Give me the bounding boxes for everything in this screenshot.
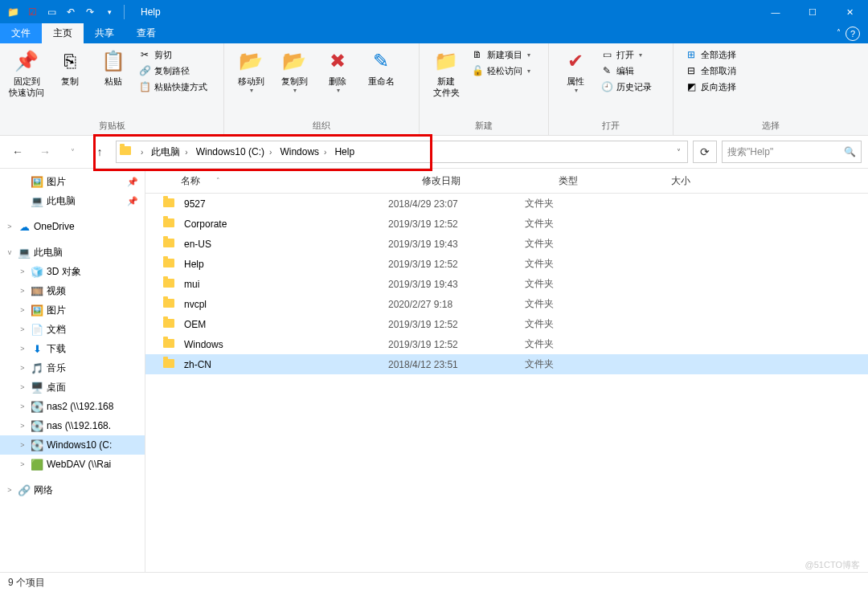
tree-label: WebDAV (\\Rai: [47, 459, 111, 470]
properties-button[interactable]: ✔属性▾: [554, 47, 597, 94]
file-row[interactable]: Corporate2019/3/19 12:52文件夹: [145, 214, 868, 234]
file-list[interactable]: 95272018/4/29 23:07文件夹Corporate2019/3/19…: [145, 194, 868, 572]
expand-icon[interactable]: >: [18, 325, 27, 333]
tab-home[interactable]: 主页: [42, 23, 84, 43]
tree-item[interactable]: >🎵音乐: [0, 358, 145, 378]
expand-icon[interactable]: >: [18, 441, 27, 449]
easy-access-button[interactable]: 🔓轻松访问▾: [471, 64, 530, 77]
tab-view[interactable]: 查看: [125, 23, 167, 43]
breadcrumb-1[interactable]: Windows10 (C:)›: [194, 146, 279, 157]
copy-icon: ⎘: [57, 48, 83, 74]
search-placeholder: 搜索"Help": [727, 145, 773, 159]
breadcrumb-2[interactable]: Windows›: [278, 146, 333, 157]
expand-icon[interactable]: >: [18, 460, 27, 468]
file-row[interactable]: mui2019/3/19 19:43文件夹: [145, 274, 868, 294]
tree-item[interactable]: >🧊3D 对象: [0, 262, 145, 281]
column-date[interactable]: 修改日期: [422, 174, 559, 188]
tree-item[interactable]: v💻此电脑: [0, 243, 145, 262]
qat-dropdown-icon[interactable]: ▾: [101, 4, 117, 20]
tree-item[interactable]: >🔗网络: [0, 480, 145, 500]
file-date: 2019/3/19 12:52: [388, 339, 525, 350]
help-icon[interactable]: ?: [845, 27, 860, 41]
rename-button[interactable]: ✎重命名: [359, 47, 403, 87]
copy-path-button[interactable]: 🔗复制路径: [138, 64, 207, 77]
file-row[interactable]: en-US2019/3/19 19:43文件夹: [145, 234, 868, 254]
nav-forward-button[interactable]: →: [34, 141, 56, 163]
tree-item[interactable]: >☁OneDrive: [0, 217, 145, 236]
title-separator: [124, 5, 125, 19]
tab-share[interactable]: 共享: [84, 23, 125, 43]
file-row[interactable]: nvcpl2020/2/27 9:18文件夹: [145, 294, 868, 314]
expand-icon[interactable]: >: [18, 306, 27, 314]
breadcrumb-sep[interactable]: ›: [134, 148, 149, 157]
file-row[interactable]: zh-CN2018/4/12 23:51文件夹: [145, 354, 868, 374]
expand-icon[interactable]: >: [18, 287, 27, 295]
expand-icon[interactable]: >: [18, 402, 27, 410]
select-none-button[interactable]: ⊟全部取消: [685, 64, 736, 77]
ribbon-expand-icon[interactable]: ˄: [837, 28, 841, 37]
expand-icon[interactable]: >: [18, 422, 27, 430]
column-type[interactable]: 类型: [559, 174, 671, 188]
tree-item[interactable]: 💻此电脑📌: [0, 191, 145, 210]
redo-icon[interactable]: ↷: [82, 4, 98, 20]
breadcrumb-3[interactable]: Help: [333, 146, 356, 157]
file-row[interactable]: Help2019/3/19 12:52文件夹: [145, 254, 868, 274]
breadcrumb-0[interactable]: 此电脑›: [149, 145, 194, 159]
close-button[interactable]: ✕: [831, 0, 868, 24]
maximize-button[interactable]: ☐: [794, 0, 831, 24]
new-folder-button[interactable]: 📁新建 文件夹: [424, 47, 468, 98]
paste-button[interactable]: 📋 粘贴: [92, 47, 135, 87]
invert-selection-button[interactable]: ◩反向选择: [685, 80, 736, 93]
undo-icon[interactable]: ↶: [63, 4, 79, 20]
tree-item[interactable]: >🟩WebDAV (\\Rai: [0, 455, 145, 474]
delete-button[interactable]: ✖删除▾: [316, 47, 359, 94]
expand-icon[interactable]: >: [18, 345, 27, 353]
nav-history-dropdown[interactable]: ˅: [61, 141, 84, 163]
pin-to-quick-access-button[interactable]: 📌 固定到 快速访问: [5, 47, 48, 98]
cut-button[interactable]: ✂剪切: [138, 48, 207, 61]
tree-item[interactable]: 🖼️图片📌: [0, 172, 145, 191]
navigation-pane[interactable]: 🖼️图片📌💻此电脑📌>☁OneDrivev💻此电脑>🧊3D 对象>🎞️视频>🖼️…: [0, 169, 145, 572]
expand-icon[interactable]: >: [18, 364, 27, 372]
file-row[interactable]: 95272018/4/29 23:07文件夹: [145, 194, 868, 214]
tree-item[interactable]: >📄文档: [0, 320, 145, 339]
expand-icon[interactable]: >: [5, 223, 14, 231]
tree-item[interactable]: >🖼️图片: [0, 300, 145, 320]
properties-icon[interactable]: ▭: [43, 4, 59, 20]
move-to-button[interactable]: 📂移动到▾: [229, 47, 272, 94]
tree-icon: 🎵: [31, 361, 43, 374]
open-button[interactable]: ▭打开▾: [600, 48, 652, 61]
file-row[interactable]: OEM2019/3/19 12:52文件夹: [145, 314, 868, 334]
copy-to-button[interactable]: 📂复制到▾: [272, 47, 316, 94]
minimize-button[interactable]: —: [757, 0, 794, 24]
select-all-button[interactable]: ⊞全部选择: [685, 48, 736, 61]
expand-icon[interactable]: >: [18, 383, 27, 391]
tree-icon: 🖼️: [31, 175, 43, 188]
new-item-button[interactable]: 🗎新建项目▾: [471, 48, 530, 61]
address-bar[interactable]: › 此电脑› Windows10 (C:)› Windows› Help ˅: [116, 141, 688, 163]
tree-item[interactable]: >💽nas (\\192.168.: [0, 416, 145, 435]
tree-item[interactable]: >⬇下载: [0, 339, 145, 358]
tree-icon: ☁: [18, 220, 31, 233]
nav-up-button[interactable]: ↑: [88, 141, 111, 163]
nav-back-button[interactable]: ←: [6, 141, 29, 163]
expand-icon[interactable]: >: [5, 486, 14, 494]
expand-icon[interactable]: >: [18, 267, 27, 276]
tree-item[interactable]: >🖥️桌面: [0, 378, 145, 397]
address-dropdown-icon[interactable]: ˅: [674, 148, 684, 157]
edit-button[interactable]: ✎编辑: [600, 64, 652, 77]
tree-item[interactable]: >💽Windows10 (C:: [0, 435, 145, 455]
tree-item[interactable]: >💽nas2 (\\192.168: [0, 397, 145, 416]
check-icon[interactable]: ☑: [24, 4, 40, 20]
column-size[interactable]: 大小: [671, 174, 868, 188]
tab-file[interactable]: 文件: [0, 23, 42, 43]
file-row[interactable]: Windows2019/3/19 12:52文件夹: [145, 334, 868, 354]
column-name[interactable]: 名称˄: [145, 174, 422, 188]
search-input[interactable]: 搜索"Help" 🔍: [722, 141, 862, 163]
paste-shortcut-button[interactable]: 📋粘贴快捷方式: [138, 80, 207, 93]
history-button[interactable]: 🕘历史记录: [600, 80, 652, 93]
copy-button[interactable]: ⎘ 复制: [48, 47, 92, 87]
refresh-button[interactable]: ⟳: [693, 141, 717, 163]
expand-icon[interactable]: v: [5, 248, 14, 256]
tree-item[interactable]: >🎞️视频: [0, 281, 145, 300]
